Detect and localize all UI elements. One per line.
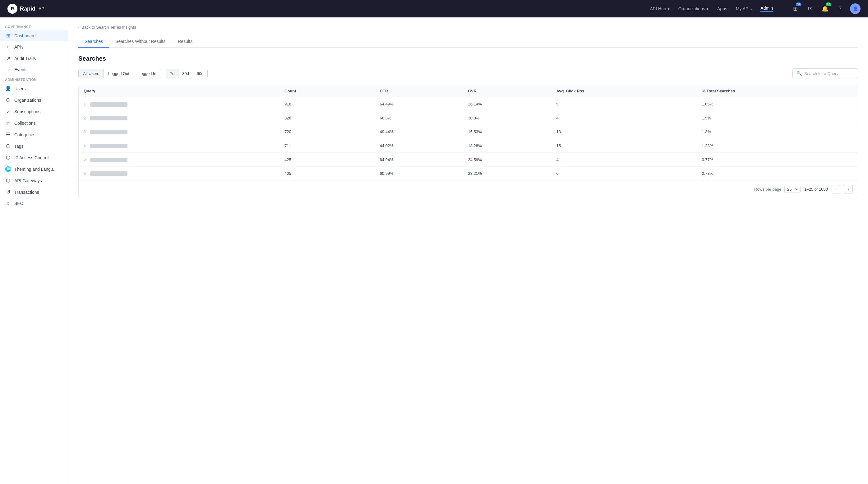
row-num: 5 <box>84 157 86 162</box>
sidebar-item-label-collections: Collections <box>14 121 35 126</box>
filter-7d[interactable]: 7d <box>166 69 179 78</box>
avatar[interactable]: 👤 <box>850 3 861 14</box>
sidebar-item-theming[interactable]: 🌐 Theming and Langu... <box>0 163 68 175</box>
search-query-input[interactable] <box>804 71 854 76</box>
sidebar-item-seo[interactable]: ○ SEO <box>0 198 68 209</box>
filter-logged-out[interactable]: Logged Out <box>104 69 134 78</box>
sidebar-item-dashboard[interactable]: ⊞ Dashboard <box>0 30 68 41</box>
logo[interactable]: R RapidAPI <box>7 4 46 14</box>
col-cvr: CVR <box>463 85 552 97</box>
bell-badge: 16 <box>826 2 831 6</box>
row-count: 828 <box>279 111 375 125</box>
table-header: Query Count ↓ CTR CVR Avg. Click Pos. % … <box>79 85 858 97</box>
table-row[interactable]: 2 828 66.3% 30.8% 4 1.5% <box>79 111 858 125</box>
row-ctr: 64.49% <box>375 97 463 111</box>
apps-icon-btn[interactable]: ⊞ 39 <box>790 4 800 14</box>
sidebar-item-label-api-gateways: API Gateways <box>14 178 42 183</box>
next-page-button[interactable]: › <box>844 185 853 193</box>
rows-per-page-select[interactable]: 25 50 100 <box>784 186 801 193</box>
table-body: 1 918 64.49% 26.14% 5 1.66% 2 828 66.3% … <box>79 97 858 180</box>
sidebar-item-organizations[interactable]: ⬡ Organizations <box>0 94 68 106</box>
row-pct-total: 1.5% <box>697 111 858 125</box>
sidebar-item-label-apis: APIs <box>14 44 24 50</box>
topnav-right: ⊞ 39 ✉ 🔔 16 ? 👤 <box>790 3 861 14</box>
layout: Governance ⊞ Dashboard ○ APIs ↗ Audit Tr… <box>0 18 868 484</box>
sidebar-item-audit-trails[interactable]: ↗ Audit Trails <box>0 53 68 64</box>
sidebar-item-collections[interactable]: ☆ Collections <box>0 117 68 129</box>
sidebar-item-subscriptions[interactable]: ✓ Subscriptions <box>0 106 68 117</box>
users-icon: 👤 <box>5 86 11 91</box>
table-row[interactable]: 4 711 44.02% 18.28% 15 1.28% <box>79 139 858 153</box>
admin-section-label: Administration <box>0 75 68 83</box>
sidebar-item-label-audit-trails: Audit Trails <box>14 56 36 61</box>
sidebar-item-label-events: Events <box>14 67 28 72</box>
filter-90d[interactable]: 90d <box>193 69 207 78</box>
row-cvr: 30.8% <box>463 111 552 125</box>
row-cvr: 34.59% <box>463 153 552 167</box>
row-count: 720 <box>279 125 375 139</box>
collections-icon: ☆ <box>5 120 11 126</box>
chevron-down-icon-org: ▾ <box>706 6 709 11</box>
row-avg-click-pos: 6 <box>551 167 697 180</box>
row-pct-total: 1.3% <box>697 125 858 139</box>
prev-page-button[interactable]: ‹ <box>832 185 840 193</box>
nav-apps[interactable]: Apps <box>717 6 727 11</box>
table-row[interactable]: 6 405 60.99% 23.21% 6 0.73% <box>79 167 858 180</box>
sidebar-item-label-theming: Theming and Langu... <box>14 167 57 172</box>
message-icon-btn[interactable]: ✉ <box>805 4 815 14</box>
col-avg-click-pos: Avg. Click Pos. <box>551 85 697 97</box>
row-avg-click-pos: 4 <box>551 153 697 167</box>
searches-table: Query Count ↓ CTR CVR Avg. Click Pos. % … <box>79 85 858 198</box>
tab-searches-without-results[interactable]: Searches Without Results <box>109 36 172 48</box>
subscriptions-icon: ✓ <box>5 109 11 115</box>
sidebar-item-users[interactable]: 👤 Users <box>0 83 68 94</box>
sidebar-item-label-organizations: Organizations <box>14 98 41 103</box>
row-pct-total: 0.73% <box>697 167 858 180</box>
row-count: 405 <box>279 167 375 180</box>
col-ctr: CTR <box>375 85 463 97</box>
row-count: 425 <box>279 153 375 167</box>
nav-api-hub[interactable]: API Hub ▾ <box>650 6 670 11</box>
bell-icon-btn[interactable]: 🔔 16 <box>820 4 830 14</box>
audit-trails-icon: ↗ <box>5 55 11 61</box>
bell-icon: 🔔 <box>822 5 829 12</box>
nav-organizations[interactable]: Organizations ▾ <box>678 6 709 11</box>
apis-icon: ○ <box>5 44 11 50</box>
table-row[interactable]: 3 720 49.44% 16.53% 13 1.3% <box>79 125 858 139</box>
filter-logged-in[interactable]: Logged In <box>134 69 161 78</box>
nav-my-apis[interactable]: My APIs <box>736 6 752 11</box>
rows-per-page-label: Rows per page: <box>754 187 782 191</box>
seo-icon: ○ <box>5 201 11 206</box>
sidebar-item-transactions[interactable]: ↺ Transactions <box>0 186 68 198</box>
logo-text: Rapid <box>20 6 35 12</box>
sidebar-item-tags[interactable]: ⬡ Tags <box>0 140 68 152</box>
help-icon-btn[interactable]: ? <box>835 4 845 14</box>
table-row[interactable]: 5 425 64.94% 34.59% 4 0.77% <box>79 153 858 167</box>
tab-searches[interactable]: Searches <box>79 36 109 48</box>
message-icon: ✉ <box>808 5 813 12</box>
transactions-icon: ↺ <box>5 189 11 195</box>
sidebar-item-ip-access[interactable]: ⬡ IP Access Control <box>0 152 68 163</box>
tab-results[interactable]: Results <box>172 36 199 48</box>
row-num: 2 <box>84 116 86 120</box>
filter-30d[interactable]: 30d <box>179 69 193 78</box>
categories-icon: ☰ <box>5 131 11 138</box>
sidebar-item-categories[interactable]: ☰ Categories <box>0 129 68 140</box>
col-count[interactable]: Count ↓ <box>279 85 375 97</box>
row-ctr: 44.02% <box>375 139 463 153</box>
row-ctr: 60.99% <box>375 167 463 180</box>
filter-bar: All Users Logged Out Logged In 7d 30d 90… <box>79 68 858 79</box>
row-cvr: 23.21% <box>463 167 552 180</box>
sidebar-item-events[interactable]: ↑ Events <box>0 64 68 75</box>
row-num: 6 <box>84 172 86 176</box>
breadcrumb[interactable]: ‹ Back to Search Terms Insights <box>79 25 858 30</box>
sidebar-item-apis[interactable]: ○ APIs <box>0 41 68 53</box>
tags-icon: ⬡ <box>5 143 11 149</box>
filter-all-users[interactable]: All Users <box>79 69 104 78</box>
sidebar-item-api-gateways[interactable]: ⬡ API Gateways <box>0 175 68 186</box>
table-row[interactable]: 1 918 64.49% 26.14% 5 1.66% <box>79 97 858 111</box>
sidebar-item-label-transactions: Transactions <box>14 190 39 195</box>
nav-admin[interactable]: Admin <box>761 6 773 12</box>
sidebar-item-label-seo: SEO <box>14 201 24 206</box>
main-content: ‹ Back to Search Terms Insights Searches… <box>68 18 868 484</box>
